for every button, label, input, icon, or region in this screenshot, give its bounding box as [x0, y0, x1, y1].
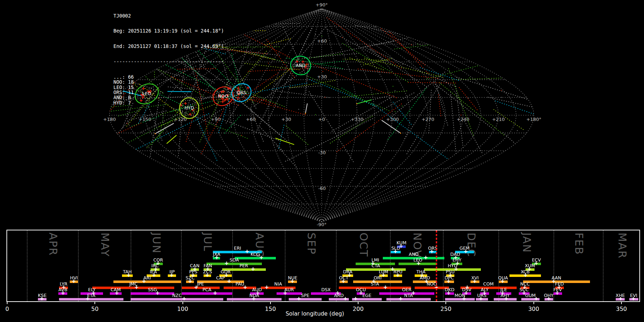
- activity-bar-SPE: [289, 298, 322, 301]
- shower-code-label: SPE: [301, 293, 309, 298]
- svg-text:+180°: +180°: [526, 117, 541, 122]
- month-label-jul: JUL: [202, 233, 213, 252]
- axis-tick-label: 150: [265, 306, 276, 312]
- axis-tick-label: 350: [616, 306, 627, 312]
- shower-code-label: CTA: [371, 263, 380, 268]
- month-label-sep: SEP: [306, 233, 317, 255]
- peak-marker: +: [152, 273, 156, 278]
- shower-code-label: CAP: [216, 275, 225, 280]
- activity-bar-AUR: [277, 292, 302, 295]
- svg-text:-30: -30: [318, 150, 326, 155]
- month-gridline: [181, 230, 182, 301]
- svg-text:+0: +0: [318, 117, 325, 122]
- axis-tick-label: 200: [353, 306, 364, 312]
- shower-code-label: OER: [402, 287, 411, 292]
- axis-tick-label: 100: [177, 306, 188, 312]
- peak-marker: +: [61, 291, 65, 296]
- svg-text:+210: +210: [492, 117, 505, 122]
- peak-marker: +: [126, 273, 131, 278]
- peak-marker: +: [462, 296, 467, 302]
- peak-marker: +: [251, 267, 255, 272]
- svg-text:+60: +60: [246, 117, 255, 122]
- peak-marker: +: [399, 296, 403, 302]
- peak-marker: +: [429, 249, 434, 254]
- radiant-label-ORS: ORS: [236, 90, 246, 95]
- month-gridline: [27, 230, 28, 301]
- activity-bar-ETA: [59, 298, 123, 301]
- station-id: TJ0002: [113, 13, 224, 18]
- svg-text:+180: +180: [103, 117, 116, 122]
- shower-code-label: AND: [409, 252, 419, 257]
- peak-marker: +: [290, 279, 295, 284]
- peak-marker: +: [245, 249, 249, 254]
- activity-bar-JPE: [182, 287, 220, 289]
- shower-count-row: AND: 8: [113, 95, 224, 100]
- shower-code-label: DSX: [321, 287, 331, 292]
- month-label-jan: JAN: [521, 233, 532, 253]
- axis-tick: [533, 301, 534, 304]
- peak-marker: +: [169, 273, 174, 278]
- axis-tick: [621, 301, 622, 304]
- peak-marker: +: [393, 249, 398, 254]
- shower-code-label: ARD: [334, 293, 344, 298]
- peak-marker: +: [479, 296, 483, 302]
- peak-marker: +: [473, 279, 477, 284]
- south-pole-label: -90°: [317, 222, 327, 227]
- peak-marker: +: [547, 296, 551, 302]
- activity-bar-KCG: [235, 257, 276, 259]
- activity-bar-NOO: [415, 287, 449, 289]
- shower-code-label: COM: [483, 282, 493, 286]
- peak-marker: +: [72, 279, 76, 284]
- begin-time-line: Beg: 20251126 13:19:19 (sol = 244.18°): [113, 28, 224, 33]
- shower-code-label: NIA: [274, 282, 282, 286]
- shower-code-label: NZC: [172, 293, 182, 298]
- peak-marker: +: [383, 285, 388, 290]
- activity-bar-SSG: [131, 292, 175, 295]
- peak-marker: +: [381, 273, 386, 278]
- shower-code-label: NTA: [404, 293, 413, 298]
- peak-marker: +: [618, 296, 623, 302]
- peak-marker: +: [134, 285, 139, 290]
- axis-tick-label: 300: [528, 306, 539, 312]
- shower-code-label: STA: [371, 282, 379, 286]
- peak-marker: +: [464, 249, 468, 254]
- axis-tick-label: 50: [91, 306, 98, 312]
- month-label-apr: APR: [48, 233, 58, 256]
- axis-tick: [94, 301, 95, 304]
- current-sol-marker: [436, 230, 437, 301]
- shower-count-row: LEO: 15: [113, 85, 224, 90]
- peak-marker: +: [297, 296, 301, 302]
- end-time-line: End: 20251127 01:18:37 (sol = 244.69°): [113, 44, 224, 49]
- meteor-radiant-report: { "info_panel": { "station_id": "TJ0002"…: [0, 0, 644, 322]
- shower-code-label: KCG: [250, 252, 260, 257]
- peak-marker: +: [447, 291, 451, 296]
- axis-tick: [182, 301, 183, 304]
- peak-marker: +: [264, 285, 269, 290]
- peak-marker: +: [424, 255, 428, 260]
- peak-marker: +: [142, 279, 146, 284]
- month-gridline: [78, 230, 79, 301]
- peak-marker: +: [114, 291, 119, 296]
- info-panel: TJ0002 Beg: 20251126 13:19:19 (sol = 244…: [113, 3, 224, 110]
- peak-marker: +: [283, 291, 288, 296]
- peak-marker: +: [343, 296, 348, 302]
- month-label-feb: FEB: [574, 233, 584, 255]
- peak-marker: +: [205, 273, 210, 278]
- svg-text:-60: -60: [318, 186, 326, 191]
- axis-tick: [445, 301, 446, 304]
- radiant-label-AND: AND: [296, 63, 306, 68]
- peak-marker: +: [501, 279, 505, 284]
- activity-bar-ARI: [113, 280, 181, 283]
- peak-marker: +: [504, 296, 508, 302]
- peak-marker: +: [447, 279, 451, 284]
- month-gridline: [131, 230, 131, 301]
- activity-bar-PCA: [182, 292, 233, 295]
- peak-marker: +: [155, 291, 160, 296]
- peak-marker: +: [214, 255, 219, 260]
- peak-marker: +: [534, 296, 538, 302]
- separator-line: --------------------------------------: [113, 59, 224, 64]
- svg-text:+60: +60: [317, 38, 327, 44]
- x-axis-title: Solar longitude (deg): [286, 311, 344, 317]
- month-label-may: MAY: [99, 233, 110, 257]
- activity-bar-NZC: [131, 298, 224, 301]
